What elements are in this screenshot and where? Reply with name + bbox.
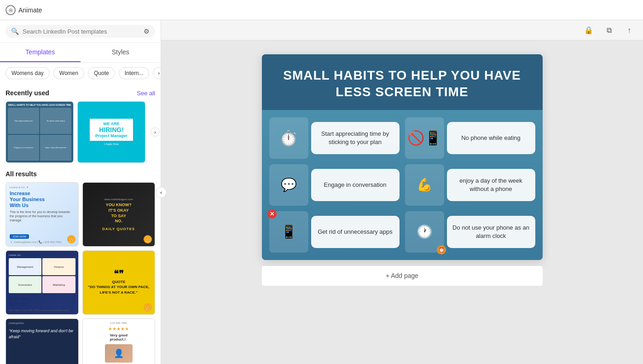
search-input[interactable] bbox=[23, 28, 140, 35]
chip-women[interactable]: Women bbox=[53, 67, 84, 79]
collapse-panel-button[interactable]: ‹ bbox=[156, 187, 167, 198]
habit-figure-5: ✕ 📱 bbox=[269, 211, 308, 253]
chip-intern[interactable]: Intern... bbox=[119, 67, 150, 79]
habit-item-3: 💬 Engage in conversation bbox=[269, 164, 400, 206]
recently-used-header: Recently used See all bbox=[6, 89, 155, 97]
canvas-toolbar: 🔒 ⧉ ↑ bbox=[161, 20, 643, 40]
grow-logo: Lucena, Inc. bbox=[9, 254, 75, 256]
add-page-bar[interactable]: + Add page bbox=[262, 266, 543, 286]
habit-item-6: ⏰ 🕐 Do not use your phone as an alarm cl… bbox=[405, 211, 535, 253]
crown-badge-2: 👑 bbox=[144, 235, 152, 243]
habit-figure-2: 🚫📱 bbox=[405, 117, 444, 159]
result-thumb-daily-quotes[interactable]: www.marketingpro.com YOU KNOW?IT'S OKAYT… bbox=[82, 182, 156, 247]
recently-used-title: Recently used bbox=[6, 89, 49, 97]
all-results-grid: Liceria & Co. ✦ IncreaseYour BusinessWit… bbox=[6, 182, 155, 364]
habit-text-2: No phone while eating bbox=[447, 122, 535, 154]
habit-figure-6: ⏰ 🕐 bbox=[405, 211, 444, 253]
habit-item-5: ✕ 📱 Get rid of unnecessary apps bbox=[269, 211, 400, 253]
review-name: Very goodproduct.! bbox=[110, 333, 127, 341]
search-input-wrap[interactable]: 🔍 ⚙ bbox=[6, 25, 155, 38]
habit-item-2: 🚫📱 No phone while eating bbox=[405, 117, 535, 159]
review-meta: 123-456-7891 bbox=[110, 322, 127, 324]
habit-text-4: enjoy a day of the week without a phone bbox=[447, 169, 535, 201]
search-icon: 🔍 bbox=[11, 28, 19, 35]
motivate-text: "Keep moving forward and don't be afraid… bbox=[9, 328, 75, 364]
canvas-scroll[interactable]: SMALL HABITS TO HELP YOU HAVE LESS SCREE… bbox=[161, 40, 643, 364]
filter-chips: Womens day Women Quote Intern... › bbox=[0, 63, 161, 84]
habit-item-4: 💪 enjoy a day of the week without a phon… bbox=[405, 164, 535, 206]
animate-button[interactable]: ◎ Animate bbox=[6, 5, 42, 15]
result-headline: IncreaseYour BusinessWith Us bbox=[10, 191, 75, 209]
result-thumb-review[interactable]: 123-456-7891 ★★★★★ Very goodproduct.! 👤 bbox=[82, 318, 156, 364]
all-results-title: All results bbox=[6, 170, 37, 178]
lock-icon[interactable]: 🔒 bbox=[582, 24, 595, 37]
recently-used-item-screen-time[interactable]: SMALL HABITS TO HELP YOU HAVE LESS SCREE… bbox=[6, 101, 74, 163]
habit-text-1: Start appreciating time by sticking to y… bbox=[311, 122, 400, 154]
chip-womens-day[interactable]: Womens day bbox=[6, 67, 50, 79]
result-quote-text: YOU KNOW?IT'S OKAYTO SAYNO. bbox=[106, 202, 132, 224]
see-all-button[interactable]: See all bbox=[137, 90, 155, 97]
chip-more-arrow[interactable]: › bbox=[153, 67, 161, 79]
grow-headline: Grow YourBusiness bbox=[9, 297, 75, 306]
copy-icon[interactable]: ⧉ bbox=[602, 24, 615, 37]
habit-figure-3: 💬 bbox=[269, 164, 308, 206]
review-stars: ★★★★★ bbox=[108, 326, 129, 331]
top-bar: ◎ Animate bbox=[0, 0, 643, 20]
chip-quote[interactable]: Quote bbox=[88, 67, 115, 79]
habit-text-6: Do not use your phone as an alarm clock bbox=[447, 216, 535, 248]
main-layout: 🔍 ⚙ Templates Styles Womens day Women Qu… bbox=[0, 20, 643, 364]
tab-templates[interactable]: Templates bbox=[0, 43, 81, 62]
recently-used-item-hiring[interactable]: WE AREHIRING!Project Manager • Apply Now bbox=[77, 101, 145, 163]
search-bar: 🔍 ⚙ bbox=[0, 20, 161, 43]
grow-body: Join Now | 123-456-7891 | www.yourwebsit… bbox=[9, 309, 75, 312]
review-photo: 👤 bbox=[105, 344, 133, 363]
left-panel: 🔍 ⚙ Templates Styles Womens day Women Qu… bbox=[0, 20, 161, 364]
result-daily-label: DAILY QUOTES bbox=[102, 227, 135, 231]
habit-figure-4: 💪 bbox=[405, 164, 444, 206]
quote-yellow-text: QUOTE"DO THINGS AT YOUR OWN PACE, LIFE'S… bbox=[87, 279, 151, 295]
quote-mark: ❝❞ bbox=[114, 269, 124, 278]
habit-figure-1: ⏱️ bbox=[269, 117, 308, 159]
result-meta: www.marketingpro.com bbox=[104, 198, 133, 201]
crown-badge: 👑 bbox=[67, 235, 75, 243]
share-icon[interactable]: ↑ bbox=[623, 24, 636, 37]
tab-styles[interactable]: Styles bbox=[81, 43, 161, 62]
habit-text-3: Engage in conversation bbox=[311, 169, 400, 201]
habit-text-5: Get rid of unnecessary apps bbox=[311, 216, 400, 248]
panel-tabs: Templates Styles bbox=[0, 43, 161, 63]
recent-grid-next-arrow[interactable]: › bbox=[151, 127, 160, 137]
crown-badge-3: 👑 bbox=[144, 303, 152, 312]
left-panel-wrap: 🔍 ⚙ Templates Styles Womens day Women Qu… bbox=[0, 20, 161, 364]
result-thumb-quote-yellow[interactable]: ❝❞ QUOTE"DO THINGS AT YOUR OWN PACE, LIF… bbox=[82, 250, 156, 315]
habit-item-1: ⏱️ Start appreciating time by sticking t… bbox=[269, 117, 400, 159]
motivate-logo: creatinganidea bbox=[9, 322, 75, 324]
result-body: This is the time for you to develop towa… bbox=[10, 210, 75, 232]
canvas-area: 🔒 ⧉ ↑ SMALL HABITS TO HELP YOU HAVE LESS… bbox=[161, 20, 643, 364]
result-thumb-motivate[interactable]: creatinganidea "Keep moving forward and … bbox=[6, 318, 79, 364]
result-logo: Liceria & Co. ✦ bbox=[10, 185, 75, 189]
animate-icon: ◎ bbox=[6, 5, 16, 15]
poster[interactable]: SMALL HABITS TO HELP YOU HAVE LESS SCREE… bbox=[262, 54, 543, 260]
animate-label: Animate bbox=[18, 6, 42, 14]
all-results-header: All results bbox=[6, 170, 155, 178]
result-thumb-grow[interactable]: Lucena, Inc. Management Finance Economic… bbox=[6, 250, 79, 315]
filter-icon[interactable]: ⚙ bbox=[144, 28, 150, 35]
panel-content: Recently used See all SMALL HABITS TO HE… bbox=[0, 84, 161, 364]
poster-title: SMALL HABITS TO HELP YOU HAVE LESS SCREE… bbox=[271, 67, 533, 101]
poster-header: SMALL HABITS TO HELP YOU HAVE LESS SCREE… bbox=[262, 54, 543, 110]
result-thumb-increase[interactable]: Liceria & Co. ✦ IncreaseYour BusinessWit… bbox=[6, 182, 79, 247]
recently-used-grid: SMALL HABITS TO HELP YOU HAVE LESS SCREE… bbox=[6, 101, 155, 163]
result-cta: JOIN NOW bbox=[10, 234, 29, 239]
